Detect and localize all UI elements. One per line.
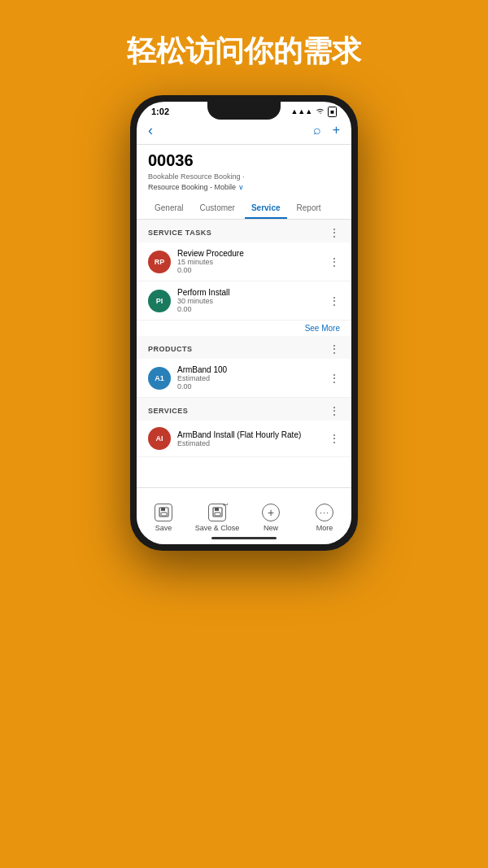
- item-context-menu[interactable]: ⋮: [329, 432, 340, 445]
- item-subtitle: Estimated: [177, 439, 329, 447]
- wifi-icon: [316, 107, 325, 116]
- products-header: PRODUCTS ⋮: [137, 336, 351, 359]
- svg-rect-4: [215, 508, 219, 511]
- tabs: General Customer Service Report: [137, 198, 351, 220]
- add-button[interactable]: +: [333, 123, 340, 137]
- item-info: ArmBand Install (Flat Hourly Rate) Estim…: [177, 430, 329, 447]
- tab-general[interactable]: General: [148, 198, 190, 219]
- service-tasks-title: SERVICE TASKS: [148, 229, 211, 237]
- svg-rect-2: [161, 513, 167, 516]
- status-time: 1:02: [151, 107, 169, 116]
- services-header: SERVICES ⋮: [137, 398, 351, 421]
- item-title: Perform Install: [177, 288, 329, 297]
- item-value: 0.00: [177, 266, 329, 274]
- more-button[interactable]: ··· More: [298, 497, 351, 535]
- more-icon: ···: [316, 504, 333, 521]
- avatar: AI: [148, 427, 171, 450]
- save-label: Save: [155, 524, 172, 532]
- signal-icon: ▲▲▲: [290, 107, 312, 116]
- hero-title: 轻松访问你的需求: [0, 0, 488, 87]
- svg-rect-5: [215, 513, 220, 516]
- tab-service[interactable]: Service: [245, 198, 287, 219]
- content-area: SERVICE TASKS ⋮ RP Review Procedure 15 m…: [137, 220, 351, 508]
- service-tasks-header: SERVICE TASKS ⋮: [137, 220, 351, 242]
- header-actions: ⌕ +: [313, 123, 340, 137]
- services-menu[interactable]: ⋮: [329, 404, 340, 417]
- new-button[interactable]: + New: [244, 497, 298, 535]
- phone-notch: [207, 102, 281, 120]
- phone-mockup: 1:02 ▲▲▲ ■ ‹ ⌕ + 00036: [0, 95, 488, 551]
- item-context-menu[interactable]: ⋮: [329, 372, 340, 385]
- save-icon: [155, 504, 172, 521]
- item-subtitle: Estimated: [177, 374, 329, 382]
- back-button[interactable]: ‹: [148, 122, 153, 139]
- more-label: More: [316, 524, 333, 532]
- products-title: PRODUCTS: [148, 345, 193, 353]
- item-info: ArmBand 100 Estimated 0.00: [177, 365, 329, 390]
- svg-rect-1: [161, 508, 165, 511]
- chevron-down-icon: ∨: [238, 182, 244, 193]
- record-nav[interactable]: Resource Booking - Mobile ∨: [148, 182, 340, 193]
- search-button[interactable]: ⌕: [313, 123, 321, 137]
- item-value: 0.00: [177, 382, 329, 390]
- phone-outer: 1:02 ▲▲▲ ■ ‹ ⌕ + 00036: [130, 95, 358, 551]
- battery-icon: ■: [328, 107, 337, 117]
- new-label: New: [264, 524, 278, 532]
- list-item[interactable]: RP Review Procedure 15 minutes 0.00 ⋮: [137, 242, 351, 281]
- save-close-label: Save & Close: [195, 524, 240, 532]
- save-close-button[interactable]: ↩ Save & Close: [190, 497, 244, 535]
- avatar: PI: [148, 290, 171, 312]
- item-title: Review Procedure: [177, 249, 329, 258]
- tab-customer[interactable]: Customer: [194, 198, 242, 219]
- item-title: ArmBand 100: [177, 365, 329, 374]
- list-item[interactable]: AI ArmBand Install (Flat Hourly Rate) Es…: [137, 421, 351, 457]
- tab-report[interactable]: Report: [290, 198, 328, 219]
- status-icons: ▲▲▲ ■: [290, 107, 337, 117]
- avatar: A1: [148, 367, 171, 390]
- phone-screen: 1:02 ▲▲▲ ■ ‹ ⌕ + 00036: [137, 102, 351, 544]
- save-button[interactable]: Save: [137, 497, 190, 535]
- new-icon: +: [262, 504, 280, 521]
- record-id: 00036: [148, 151, 340, 170]
- avatar: RP: [148, 251, 171, 273]
- list-item[interactable]: A1 ArmBand 100 Estimated 0.00 ⋮: [137, 359, 351, 398]
- bottom-toolbar: Save ↩ Save & Close +: [137, 487, 351, 544]
- service-tasks-menu[interactable]: ⋮: [329, 226, 340, 239]
- record-info: 00036 Bookable Resource Booking · Resour…: [137, 145, 351, 195]
- item-info: Review Procedure 15 minutes 0.00: [177, 249, 329, 274]
- item-context-menu[interactable]: ⋮: [329, 294, 340, 308]
- see-more-link[interactable]: See More: [137, 321, 351, 336]
- item-value: 0.00: [177, 305, 329, 313]
- products-menu[interactable]: ⋮: [329, 342, 340, 355]
- item-subtitle: 15 minutes: [177, 258, 329, 266]
- item-context-menu[interactable]: ⋮: [329, 255, 340, 268]
- item-title: ArmBand Install (Flat Hourly Rate): [177, 430, 329, 439]
- item-info: Perform Install 30 minutes 0.00: [177, 288, 329, 313]
- home-indicator: [211, 537, 277, 539]
- list-item[interactable]: PI Perform Install 30 minutes 0.00 ⋮: [137, 281, 351, 321]
- record-subtitle: Bookable Resource Booking · Resource Boo…: [148, 172, 340, 192]
- services-title: SERVICES: [148, 407, 188, 415]
- save-close-icon: ↩: [208, 504, 226, 521]
- item-subtitle: 30 minutes: [177, 297, 329, 305]
- app-header: ‹ ⌕ +: [137, 119, 351, 145]
